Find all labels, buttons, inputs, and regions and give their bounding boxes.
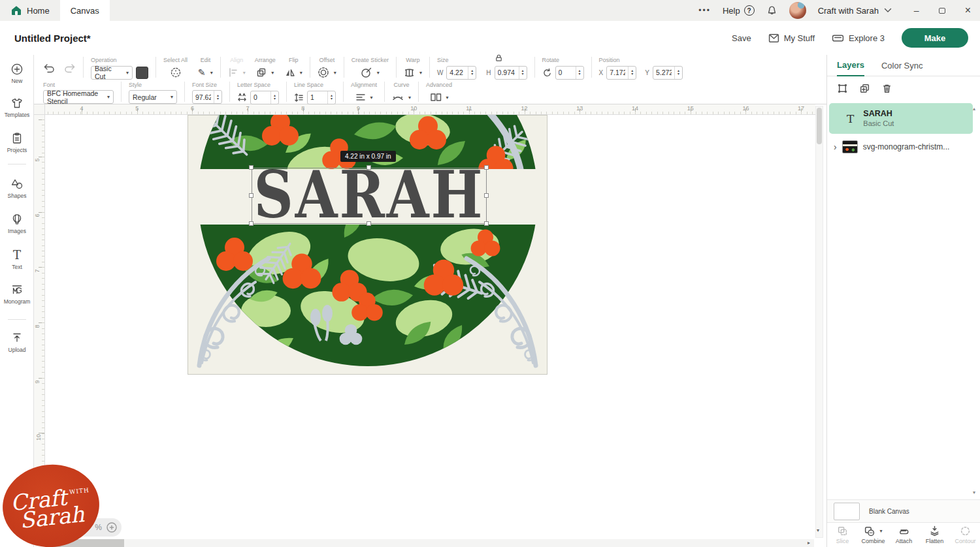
warp-button[interactable]: ▾ — [404, 65, 422, 80]
curve-button[interactable]: ▾ — [392, 90, 411, 104]
sidebar-item-upload[interactable]: Upload — [0, 332, 34, 353]
make-button[interactable]: Make — [902, 28, 968, 48]
selection-handle-nw[interactable] — [249, 165, 253, 170]
stepper-down-icon[interactable]: ▾ — [579, 72, 581, 76]
stepper-down-icon[interactable]: ▾ — [522, 72, 524, 76]
horizontal-scrollbar[interactable] — [35, 539, 814, 547]
close-button[interactable]: × — [965, 5, 971, 16]
flatten-button[interactable]: Flatten — [919, 525, 950, 544]
vertical-scrollbar-thumb[interactable] — [817, 108, 822, 144]
stepper-down-icon[interactable]: ▾ — [631, 72, 633, 76]
advanced-button[interactable]: ▾ — [430, 90, 449, 104]
layers-scroll-down-icon[interactable]: ▾ — [973, 490, 975, 495]
selection-handle-sw[interactable] — [249, 221, 253, 226]
selection-handle-w[interactable] — [249, 193, 253, 198]
help-button[interactable]: Help ? — [723, 5, 755, 16]
sidebar-item-monogram[interactable]: Monogram — [0, 283, 34, 305]
my-stuff-button[interactable]: My Stuff — [768, 33, 815, 43]
sidebar-item-new[interactable]: New — [0, 63, 34, 84]
zoom-in-icon[interactable] — [106, 522, 118, 533]
y-input[interactable] — [653, 67, 674, 79]
canvas-viewport[interactable]: SARAH 4.22 in x 0.97 in — [45, 115, 815, 539]
line-space-input[interactable] — [308, 91, 327, 104]
sidebar-item-images[interactable]: Images — [0, 213, 34, 234]
line-space-stepper[interactable]: ▴ ▾ — [327, 91, 335, 104]
letter-space-field[interactable]: ▴ ▾ — [250, 91, 279, 104]
layer-row-svg-monogram[interactable]: › svg-monogram-christm... — [834, 140, 949, 153]
font-select[interactable]: BFC Homemade Stencil ▾ — [43, 90, 114, 104]
layers-scroll-up-icon[interactable]: ▴ — [973, 106, 975, 112]
stepper-down-icon[interactable]: ▾ — [678, 72, 679, 76]
height-input[interactable] — [495, 67, 519, 79]
save-button[interactable]: Save — [732, 33, 751, 43]
explore-machine-button[interactable]: Explore 3 — [832, 33, 885, 43]
width-field[interactable]: ▴ ▾ — [446, 66, 476, 80]
maximize-button[interactable] — [939, 8, 945, 14]
group-icon[interactable] — [837, 83, 848, 94]
operation-select[interactable]: Basic Cut ▾ — [91, 66, 133, 80]
height-field[interactable]: ▴ ▾ — [495, 66, 527, 80]
tab-color-sync[interactable]: Color Sync — [881, 61, 923, 70]
blank-canvas-row[interactable]: Blank Canvas — [827, 499, 980, 522]
tab-canvas[interactable]: Canvas — [60, 0, 110, 21]
y-stepper[interactable]: ▴ ▾ — [674, 67, 682, 79]
width-stepper[interactable]: ▴ ▾ — [468, 67, 476, 79]
style-select[interactable]: Regular ▾ — [129, 90, 177, 104]
tab-home[interactable]: Home — [0, 0, 60, 21]
rotate-field[interactable]: ▴ ▾ — [555, 66, 584, 80]
bell-icon[interactable] — [766, 5, 777, 16]
expand-chevron-icon[interactable]: › — [834, 142, 837, 151]
canvas-color-swatch[interactable] — [834, 503, 860, 520]
line-space-field[interactable]: ▴ ▾ — [307, 91, 336, 104]
stepper-down-icon[interactable]: ▾ — [274, 97, 276, 101]
sidebar-item-projects[interactable]: Projects — [0, 132, 34, 153]
vertical-scrollbar[interactable] — [815, 106, 823, 538]
offset-button[interactable]: ▾ — [318, 65, 336, 80]
selection-handle-se[interactable] — [484, 221, 489, 226]
stepper-down-icon[interactable]: ▾ — [331, 97, 333, 101]
letter-space-stepper[interactable]: ▴ ▾ — [270, 91, 278, 104]
selection-handle-ne[interactable] — [484, 165, 489, 170]
selection-handle-s[interactable] — [367, 221, 371, 226]
rotate-input[interactable] — [556, 67, 576, 79]
font-size-field[interactable]: ▴ ▾ — [192, 90, 222, 104]
sidebar-item-templates[interactable]: Templates — [0, 97, 34, 118]
select-all-button[interactable] — [170, 65, 182, 80]
tab-layers[interactable]: Layers — [837, 55, 864, 76]
sidebar-item-text[interactable]: T Text — [0, 249, 34, 270]
height-stepper[interactable]: ▴ ▾ — [519, 67, 527, 79]
y-field[interactable]: ▴ ▾ — [653, 66, 683, 80]
layer-color-swatch[interactable] — [136, 67, 148, 79]
selection-bounding-box[interactable] — [252, 168, 487, 224]
rotate-icon[interactable] — [542, 68, 552, 78]
stepper-down-icon[interactable]: ▾ — [471, 72, 473, 76]
create-sticker-button[interactable]: ▾ — [361, 65, 380, 80]
selection-handle-e[interactable] — [484, 193, 489, 198]
rotate-stepper[interactable]: ▴ ▾ — [576, 67, 583, 79]
canvas-workspace[interactable]: 4567891011121314151617 5678910 — [34, 104, 826, 547]
width-input[interactable] — [447, 67, 468, 79]
layer-row-sarah[interactable]: T SARAH Basic Cut — [829, 103, 973, 134]
trash-icon[interactable] — [881, 83, 892, 94]
x-input[interactable] — [607, 67, 628, 79]
stepper-down-icon[interactable]: ▾ — [217, 97, 219, 101]
minimize-button[interactable]: – — [914, 5, 919, 16]
letter-space-input[interactable] — [251, 91, 270, 104]
scroll-right-icon[interactable]: ▸ — [808, 540, 810, 546]
more-options-icon[interactable]: ••• — [698, 6, 711, 15]
duplicate-icon[interactable] — [859, 83, 870, 94]
edit-button[interactable]: ✎ ▾ — [198, 65, 213, 80]
user-avatar[interactable] — [789, 2, 806, 19]
attach-button[interactable]: Attach — [889, 525, 919, 544]
account-menu[interactable]: Craft with Sarah — [818, 6, 892, 16]
sidebar-item-shapes[interactable]: Shapes — [0, 178, 34, 199]
font-size-stepper[interactable]: ▴ ▾ — [214, 91, 221, 103]
flip-button[interactable]: ▾ — [285, 65, 302, 80]
selection-handle-n[interactable] — [367, 165, 371, 170]
undo-button[interactable] — [43, 61, 56, 76]
combine-button[interactable]: ▾ Combine — [858, 525, 889, 544]
x-field[interactable]: ▴ ▾ — [606, 66, 636, 80]
alignment-button[interactable]: ▾ — [355, 90, 373, 104]
arrange-button[interactable]: ▾ — [256, 65, 274, 80]
scroll-down-icon[interactable]: ▾ — [817, 527, 819, 533]
